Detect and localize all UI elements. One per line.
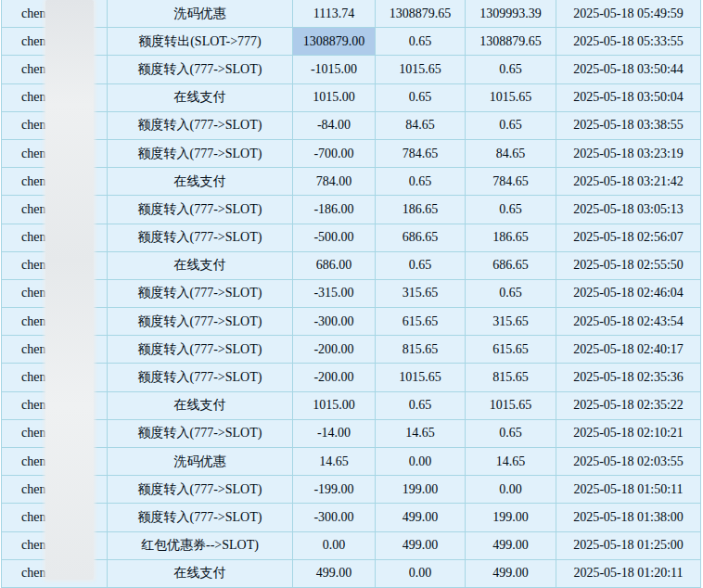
cell-balance-before[interactable]: 315.65 (376, 279, 466, 307)
cell-balance-before[interactable]: 84.65 (376, 111, 466, 139)
cell-type[interactable]: 红包优惠券-->SLOT) (108, 531, 293, 559)
cell-balance-before[interactable]: 615.65 (376, 308, 466, 336)
cell-time[interactable]: 2025-05-18 03:23:19 (556, 139, 701, 167)
table-row[interactable]: chen 额度转出(SLOT->777) 1308879.00 0.65 130… (2, 28, 701, 56)
cell-amount[interactable]: -186.00 (293, 196, 376, 224)
cell-amount[interactable]: 1308879.00 (293, 28, 376, 56)
cell-type[interactable]: 额度转入(777->SLOT) (108, 364, 293, 391)
table-row[interactable]: chen 洗码优惠 14.65 0.00 14.65 2025-05-18 02… (2, 448, 701, 476)
cell-balance-before[interactable]: 0.65 (376, 391, 466, 419)
cell-time[interactable]: 2025-05-18 01:20:11 (556, 559, 701, 587)
table-row[interactable]: chen 额度转入(777->SLOT) -500.00 686.65 186.… (2, 224, 701, 251)
table-row[interactable]: chen 额度转入(777->SLOT) -700.00 784.65 84.6… (2, 139, 701, 167)
table-row[interactable]: chen 在线支付 1015.00 0.65 1015.65 2025-05-1… (2, 391, 701, 419)
cell-type[interactable]: 额度转入(777->SLOT) (108, 308, 293, 336)
table-row[interactable]: chen 额度转入(777->SLOT) -300.00 499.00 199.… (2, 504, 701, 531)
cell-type[interactable]: 额度转入(777->SLOT) (108, 196, 293, 224)
cell-balance-before[interactable]: 815.65 (376, 336, 466, 364)
cell-type[interactable]: 额度转入(777->SLOT) (108, 336, 293, 364)
cell-balance-after[interactable]: 686.65 (466, 251, 556, 279)
cell-balance-after[interactable]: 186.65 (466, 224, 556, 251)
cell-time[interactable]: 2025-05-18 02:40:17 (556, 336, 701, 364)
cell-balance-after[interactable]: 0.65 (466, 279, 556, 307)
cell-balance-after[interactable]: 815.65 (466, 364, 556, 391)
cell-time[interactable]: 2025-05-18 03:05:13 (556, 196, 701, 224)
cell-type[interactable]: 额度转入(777->SLOT) (108, 56, 293, 83)
table-row[interactable]: chen 额度转入(777->SLOT) -199.00 199.00 0.00… (2, 476, 701, 504)
cell-balance-after[interactable]: 615.65 (466, 336, 556, 364)
table-row[interactable]: chen 红包优惠券-->SLOT) 0.00 499.00 499.00 20… (2, 531, 701, 559)
cell-balance-before[interactable]: 14.65 (376, 419, 466, 447)
cell-amount[interactable]: -200.00 (293, 364, 376, 391)
cell-type[interactable]: 在线支付 (108, 391, 293, 419)
cell-amount[interactable]: 14.65 (293, 448, 376, 476)
cell-balance-before[interactable]: 1015.65 (376, 56, 466, 83)
cell-amount[interactable]: -300.00 (293, 504, 376, 531)
cell-balance-before[interactable]: 199.00 (376, 476, 466, 504)
cell-balance-after[interactable]: 84.65 (466, 139, 556, 167)
cell-balance-before[interactable]: 499.00 (376, 531, 466, 559)
table-row[interactable]: chen 额度转入(777->SLOT) -84.00 84.65 0.65 2… (2, 111, 701, 139)
cell-balance-after[interactable]: 199.00 (466, 504, 556, 531)
table-row[interactable]: chen 额度转入(777->SLOT) -1015.00 1015.65 0.… (2, 56, 701, 83)
cell-time[interactable]: 2025-05-18 01:25:00 (556, 531, 701, 559)
cell-type[interactable]: 洗码优惠 (108, 448, 293, 476)
table-row[interactable]: chen 在线支付 1015.00 0.65 1015.65 2025-05-1… (2, 83, 701, 111)
cell-amount[interactable]: -200.00 (293, 336, 376, 364)
cell-balance-before[interactable]: 686.65 (376, 224, 466, 251)
cell-balance-before[interactable]: 0.00 (376, 559, 466, 587)
table-row[interactable]: chen 额度转入(777->SLOT) -186.00 186.65 0.65… (2, 196, 701, 224)
cell-amount[interactable]: 784.00 (293, 168, 376, 196)
cell-amount[interactable]: -500.00 (293, 224, 376, 251)
cell-type[interactable]: 在线支付 (108, 168, 293, 196)
cell-amount[interactable]: -199.00 (293, 476, 376, 504)
cell-balance-after[interactable]: 1015.65 (466, 391, 556, 419)
cell-time[interactable]: 2025-05-18 03:50:04 (556, 83, 701, 111)
cell-balance-before[interactable]: 0.65 (376, 168, 466, 196)
cell-balance-after[interactable]: 499.00 (466, 559, 556, 587)
cell-type[interactable]: 洗码优惠 (108, 0, 293, 28)
cell-amount[interactable]: -1015.00 (293, 56, 376, 83)
table-row[interactable]: chen 在线支付 784.00 0.65 784.65 2025-05-18 … (2, 168, 701, 196)
cell-amount[interactable]: -700.00 (293, 139, 376, 167)
cell-amount[interactable]: 686.00 (293, 251, 376, 279)
cell-balance-before[interactable]: 784.65 (376, 139, 466, 167)
cell-type[interactable]: 额度转入(777->SLOT) (108, 139, 293, 167)
cell-type[interactable]: 额度转入(777->SLOT) (108, 419, 293, 447)
cell-time[interactable]: 2025-05-18 02:56:07 (556, 224, 701, 251)
cell-amount[interactable]: 1113.74 (293, 0, 376, 28)
cell-type[interactable]: 额度转入(777->SLOT) (108, 224, 293, 251)
cell-time[interactable]: 2025-05-18 02:10:21 (556, 419, 701, 447)
cell-amount[interactable]: -14.00 (293, 419, 376, 447)
cell-balance-before[interactable]: 186.65 (376, 196, 466, 224)
table-row[interactable]: chen 额度转入(777->SLOT) -200.00 1015.65 815… (2, 364, 701, 391)
cell-type[interactable]: 额度转入(777->SLOT) (108, 111, 293, 139)
cell-type[interactable]: 在线支付 (108, 251, 293, 279)
cell-balance-before[interactable]: 1308879.65 (376, 0, 466, 28)
cell-time[interactable]: 2025-05-18 02:46:04 (556, 279, 701, 307)
cell-time[interactable]: 2025-05-18 02:55:50 (556, 251, 701, 279)
cell-time[interactable]: 2025-05-18 01:38:00 (556, 504, 701, 531)
cell-balance-after[interactable]: 784.65 (466, 168, 556, 196)
cell-time[interactable]: 2025-05-18 03:50:44 (556, 56, 701, 83)
cell-amount[interactable]: -300.00 (293, 308, 376, 336)
cell-balance-after[interactable]: 0.65 (466, 111, 556, 139)
cell-amount[interactable]: -84.00 (293, 111, 376, 139)
cell-time[interactable]: 2025-05-18 03:21:42 (556, 168, 701, 196)
cell-balance-after[interactable]: 0.65 (466, 419, 556, 447)
cell-type[interactable]: 在线支付 (108, 83, 293, 111)
cell-amount[interactable]: -315.00 (293, 279, 376, 307)
cell-time[interactable]: 2025-05-18 02:43:54 (556, 308, 701, 336)
cell-balance-after[interactable]: 499.00 (466, 531, 556, 559)
cell-type[interactable]: 额度转出(SLOT->777) (108, 28, 293, 56)
cell-type[interactable]: 在线支付 (108, 559, 293, 587)
table-row[interactable]: chen 在线支付 686.00 0.65 686.65 2025-05-18 … (2, 251, 701, 279)
cell-amount[interactable]: 1015.00 (293, 391, 376, 419)
table-row[interactable]: chen 在线支付 499.00 0.00 499.00 2025-05-18 … (2, 559, 701, 587)
cell-amount[interactable]: 499.00 (293, 559, 376, 587)
cell-balance-after[interactable]: 0.00 (466, 476, 556, 504)
cell-balance-before[interactable]: 1015.65 (376, 364, 466, 391)
cell-amount[interactable]: 0.00 (293, 531, 376, 559)
cell-balance-after[interactable]: 315.65 (466, 308, 556, 336)
cell-time[interactable]: 2025-05-18 05:33:55 (556, 28, 701, 56)
